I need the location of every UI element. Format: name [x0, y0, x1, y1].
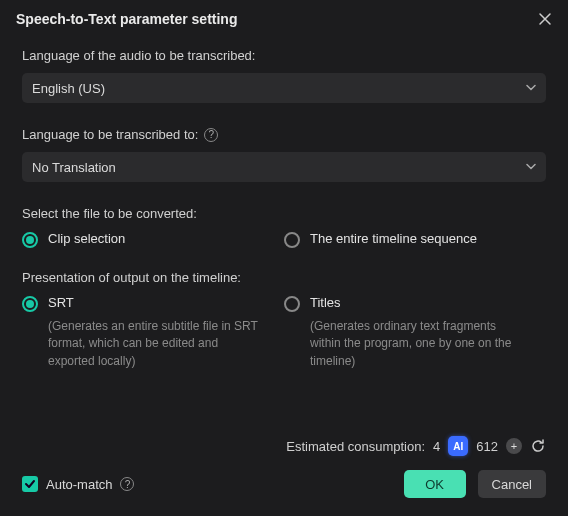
chevron-down-icon: [526, 160, 536, 175]
target-language-label-text: Language to be transcribed to:: [22, 127, 198, 142]
help-icon[interactable]: ?: [120, 477, 134, 491]
bottom-row: Auto-match ? OK Cancel: [22, 470, 546, 498]
radio-bullet-icon: [284, 232, 300, 248]
radio-titles[interactable]: Titles: [284, 295, 546, 312]
target-language-select[interactable]: No Translation: [22, 152, 546, 182]
file-selection-section: Select the file to be converted: Clip se…: [22, 206, 546, 248]
dialog-footer: Estimated consumption: 4 AI 612 + Auto-m…: [0, 426, 568, 516]
target-language-section: Language to be transcribed to: ? No Tran…: [22, 127, 546, 182]
estimated-consumption-row: Estimated consumption: 4 AI 612 +: [22, 436, 546, 456]
radio-bullet-icon: [22, 232, 38, 248]
dialog-content: Language of the audio to be transcribed:…: [0, 38, 568, 426]
radio-srt[interactable]: SRT: [22, 295, 284, 312]
output-presentation-label: Presentation of output on the timeline:: [22, 270, 546, 285]
radio-srt-desc: (Generates an entire subtitle file in SR…: [22, 318, 262, 370]
radio-clip-label: Clip selection: [48, 231, 125, 246]
speech-to-text-dialog: Speech-to-Text parameter setting Languag…: [0, 0, 568, 516]
chevron-down-icon: [526, 81, 536, 96]
ai-badge-icon: AI: [448, 436, 468, 456]
target-language-value: No Translation: [32, 160, 116, 175]
radio-entire-timeline[interactable]: The entire timeline sequence: [284, 231, 546, 248]
radio-bullet-icon: [22, 296, 38, 312]
radio-titles-desc: (Generates ordinary text fragments withi…: [284, 318, 524, 370]
cancel-button[interactable]: Cancel: [478, 470, 546, 498]
ok-button[interactable]: OK: [404, 470, 466, 498]
close-icon[interactable]: [536, 10, 554, 28]
refresh-icon[interactable]: [530, 438, 546, 454]
radio-titles-label: Titles: [310, 295, 341, 310]
estimated-label: Estimated consumption:: [286, 439, 425, 454]
auto-match-label: Auto-match: [46, 477, 112, 492]
source-language-section: Language of the audio to be transcribed:…: [22, 48, 546, 103]
credits-value: 612: [476, 439, 498, 454]
help-icon[interactable]: ?: [204, 128, 218, 142]
radio-clip-selection[interactable]: Clip selection: [22, 231, 284, 248]
auto-match-group: Auto-match ?: [22, 476, 134, 492]
source-language-value: English (US): [32, 81, 105, 96]
file-selection-label: Select the file to be converted:: [22, 206, 546, 221]
auto-match-checkbox[interactable]: [22, 476, 38, 492]
output-presentation-section: Presentation of output on the timeline: …: [22, 270, 546, 370]
source-language-label: Language of the audio to be transcribed:: [22, 48, 546, 63]
source-language-select[interactable]: English (US): [22, 73, 546, 103]
estimated-value: 4: [433, 439, 440, 454]
target-language-label: Language to be transcribed to: ?: [22, 127, 546, 142]
radio-srt-label: SRT: [48, 295, 74, 310]
titlebar: Speech-to-Text parameter setting: [0, 0, 568, 38]
dialog-title: Speech-to-Text parameter setting: [16, 11, 237, 27]
add-credits-button[interactable]: +: [506, 438, 522, 454]
radio-timeline-label: The entire timeline sequence: [310, 231, 477, 246]
button-group: OK Cancel: [404, 470, 546, 498]
radio-bullet-icon: [284, 296, 300, 312]
